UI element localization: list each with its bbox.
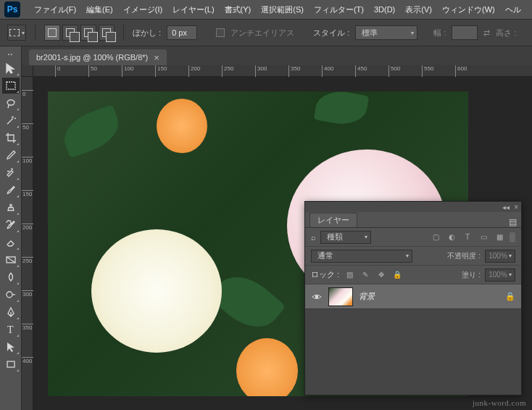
document-area: br2001-s.jpg @ 100% (RGB/8*) × 050100150… [22,46,532,410]
lasso-tool[interactable] [2,95,20,111]
layer-thumbnail [328,287,353,306]
gradient-tool[interactable] [2,252,20,268]
document-tab[interactable]: br2001-s.jpg @ 100% (RGB/8*) × [29,49,167,65]
filter-pixel-icon[interactable]: ▢ [430,232,441,242]
width-input[interactable] [452,25,478,40]
svg-point-5 [315,295,318,298]
menu-file[interactable]: ファイル(F) [29,4,81,15]
close-icon[interactable]: × [154,53,159,62]
collapse-icon[interactable]: ◂◂ [502,203,510,211]
antialias-label: アンチエイリアス [230,28,294,38]
move-tool[interactable] [2,60,20,76]
fill-label: 塗り : [462,270,481,280]
lock-label: ロック : [311,269,339,280]
panel-close-icon[interactable]: × [514,203,518,211]
filter-shape-icon[interactable]: ▭ [478,232,489,242]
feather-input[interactable]: 0 px [167,25,197,40]
search-icon: ⌕ [311,233,316,242]
lock-pixel-icon[interactable]: ✎ [359,270,371,280]
shape-tool[interactable] [2,356,20,372]
svg-rect-0 [7,82,15,89]
menu-bar: Ps ファイル(F) 編集(E) イメージ(I) レイヤー(L) 書式(Y) 選… [0,0,532,19]
lock-row: ロック : ▨ ✎ ✥ 🔒 塗り : 100%▾ [305,266,521,284]
style-label: スタイル : [313,28,349,38]
current-tool-indicator[interactable]: ▾ [7,25,26,41]
menu-filter[interactable]: フィルター(T) [309,4,369,15]
antialias-checkbox[interactable] [216,28,225,37]
menu-edit[interactable]: 編集(E) [81,4,118,15]
layers-tab[interactable]: レイヤー [309,213,357,227]
chevron-down-icon: ▾ [365,234,367,240]
filter-adjust-icon[interactable]: ◐ [446,232,457,242]
options-bar: ▾ ぼかし : 0 px アンチエイリアス スタイル : 標準 ▾ 幅 : ⇄ … [0,19,532,46]
clone-stamp-tool[interactable] [2,200,20,216]
filter-type-icon[interactable]: T [462,232,473,242]
filter-smart-icon[interactable]: ▦ [494,232,505,242]
dodge-tool[interactable] [2,287,20,303]
sel-mode-new[interactable] [44,25,60,41]
crop-tool[interactable] [2,130,20,146]
blend-mode-select[interactable]: 通常 ▾ [311,250,412,263]
opacity-input[interactable]: 100%▾ [485,250,515,263]
ps-logo: Ps [4,1,20,17]
menu-help[interactable]: ヘル [500,4,526,15]
ruler-horizontal[interactable]: 050100150200250300350400450500550600 [33,65,532,77]
height-label: 高さ : [496,28,516,38]
layer-name: 背景 [359,291,375,302]
sel-mode-intersect[interactable] [99,25,115,41]
svg-text:T: T [7,324,14,335]
menu-window[interactable]: ウィンドウ(W) [437,4,500,15]
pen-tool[interactable] [2,304,20,320]
divider [35,25,36,41]
document-tab-title: br2001-s.jpg @ 100% (RGB/8*) [36,53,148,62]
filter-toggle[interactable] [510,232,515,242]
menu-view[interactable]: 表示(V) [400,4,437,15]
magic-wand-tool[interactable] [2,112,20,128]
selection-mode-group [44,25,115,41]
sel-mode-add[interactable] [62,25,78,41]
blur-tool[interactable] [2,269,20,285]
width-label: 幅 : [433,28,446,38]
blend-mode-value: 通常 [317,250,333,261]
feather-label: ぼかし : [133,28,161,38]
lock-trans-icon[interactable]: ▨ [344,270,355,280]
layers-panel: ◂◂ × レイヤー ▤ ⌕ 種類 ▾ ▢ ◐ T ▭ ▦ 通常 ▾ [304,201,522,395]
marquee-tool[interactable] [2,78,20,94]
panel-top-controls: ◂◂ × [305,202,521,212]
menu-3d[interactable]: 3D(D) [369,5,400,14]
menu-layer[interactable]: レイヤー(L) [167,4,219,15]
lock-position-icon[interactable]: ✥ [375,270,387,280]
visibility-icon[interactable] [311,291,323,303]
chevron-down-icon: ▾ [406,253,409,259]
sel-mode-subtract[interactable] [80,25,96,41]
lock-all-icon[interactable]: 🔒 [391,270,403,280]
opacity-label: 不透明度 : [447,251,481,261]
style-select[interactable]: 標準 ▾ [355,25,417,40]
lock-icon: 🔒 [505,292,515,301]
blend-mode-row: 通常 ▾ 不透明度 : 100%▾ [305,247,521,266]
history-brush-tool[interactable] [2,217,20,233]
svg-rect-4 [7,361,14,367]
eyedropper-tool[interactable] [2,147,20,163]
eraser-tool[interactable] [2,234,20,250]
layer-filter-select[interactable]: 種類 ▾ [320,231,371,244]
marquee-icon [9,29,20,36]
fill-input[interactable]: 100%▾ [485,268,515,282]
panel-menu-icon[interactable]: ▤ [509,217,517,227]
path-selection-tool[interactable] [2,339,20,355]
menu-select[interactable]: 選択範囲(S) [256,4,309,15]
chevron-down-icon: ▾ [411,30,414,36]
layer-filter-row: ⌕ 種類 ▾ ▢ ◐ T ▭ ▦ [305,228,521,247]
ruler-vertical[interactable]: 050100150200250300350400 [22,77,33,410]
style-value: 標準 [362,28,378,38]
healing-brush-tool[interactable] [2,165,20,181]
panel-tab-row: レイヤー ▤ [305,212,521,228]
layer-row-background[interactable]: 背景 🔒 [305,284,521,309]
toolbox-grip[interactable]: •• [1,51,20,57]
menu-image[interactable]: イメージ(I) [118,4,167,15]
ruler-corner [22,65,33,77]
menu-type[interactable]: 書式(Y) [220,4,257,15]
brush-tool[interactable] [2,182,20,198]
type-tool[interactable]: T [2,321,20,337]
layer-filter-label: 種類 [327,231,343,242]
